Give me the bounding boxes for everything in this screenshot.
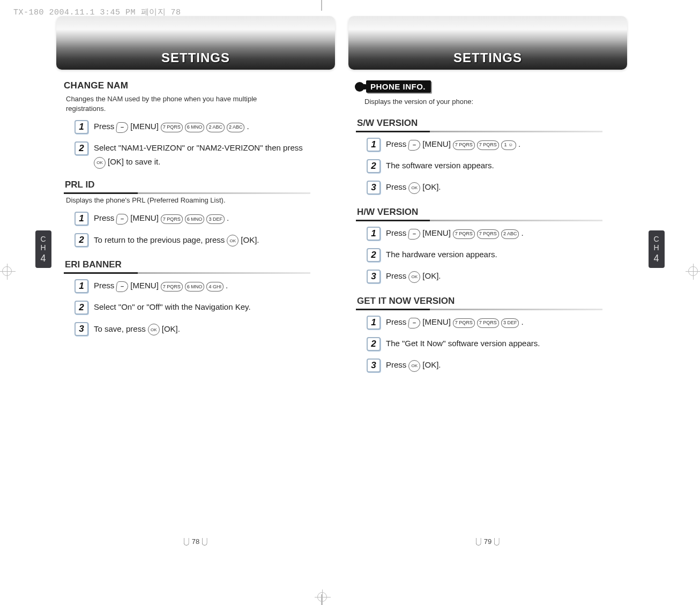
step-number-icon: 1 [75,212,88,226]
ok-key-icon: OK [94,157,106,169]
step-number-icon: 1 [367,138,381,152]
key-2-icon: 2 ABC [501,229,519,239]
key-7-icon: 7 PQRS [477,318,499,328]
key-6-icon: 6 MNO [185,282,205,292]
step-number-icon: 1 [75,120,88,134]
key-3-icon: 3 DEF [206,214,225,224]
prl-step-2: 2 To return to the previous page, press … [75,234,335,248]
key-7-icon: 7 PQRS [477,229,499,239]
softkey-icon: – [116,214,129,225]
eri-step-3: 3 To save, press OK [OK]. [75,323,335,337]
ok-key-icon: OK [408,271,420,283]
pill-text: PHONE INFO. [366,80,431,93]
gin-step-2: 2 The "Get It Now" software version appe… [367,338,627,352]
ok-key-icon: OK [227,235,239,247]
step-number-icon: 2 [75,301,88,315]
heading-sw-version: S/W VERSION [357,118,627,131]
hw-step-1: 1 Press – [MENU] 7 PQRS 7 PQRS 2 ABC . [367,227,627,241]
registration-mark-left [2,266,12,276]
step-number-icon: 2 [367,159,381,173]
chapter-tab-right: C H 4 [649,230,665,268]
change-nam-step-1: 1 Press – [MENU] 7 PQRS 6 MNO 2 ABC 2 AB… [75,121,335,135]
banner-title: SETTINGS [453,50,522,65]
key-7-icon: 7 PQRS [161,123,183,132]
prl-step-1: 1 Press – [MENU] 7 PQRS 6 MNO 3 DEF . [75,212,335,226]
hw-step-2: 2 The hardware version appears. [367,249,627,263]
registration-mark-bottom [317,592,327,602]
change-nam-step-2: 2 Select "NAM1-VERIZON" or "NAM2-VERIZON… [75,142,335,168]
chapter-tab-left: C H 4 [35,230,51,268]
hw-step-3: 3 Press OK [OK]. [367,270,627,284]
step-number-icon: 3 [367,358,381,372]
heading-prl-id: PRL ID [65,180,335,192]
banner-right: SETTINGS [348,16,627,70]
key-4-icon: 4 GHI [206,282,224,292]
key-7-icon: 7 PQRS [453,229,475,239]
heading-change-nam: CHANGE NAM [64,80,335,91]
page-right: SETTINGS PHONE INFO. Displays the versio… [348,16,627,531]
key-7-icon: 7 PQRS [453,318,475,328]
softkey-icon: – [408,229,421,240]
sw-step-1: 1 Press – [MENU] 7 PQRS 7 PQRS 1 ☺ . [367,138,627,152]
bullet-icon [355,82,364,92]
eri-step-1: 1 Press – [MENU] 7 PQRS 6 MNO 4 GHI . [75,280,335,294]
gin-step-3: 3 Press OK [OK]. [367,359,627,373]
key-2-icon: 2 ABC [227,123,245,132]
ok-key-icon: OK [408,182,420,194]
softkey-icon: – [408,318,421,328]
page-number-left: 78 [184,537,207,546]
key-6-icon: 6 MNO [185,214,205,224]
step-number-icon: 3 [367,270,381,283]
softkey-icon: – [116,281,129,292]
gin-step-1: 1 Press – [MENU] 7 PQRS 7 PQRS 3 DEF . [367,316,627,330]
step-number-icon: 1 [75,279,88,293]
step-number-icon: 2 [75,233,88,247]
page-left: SETTINGS CHANGE NAM Changes the NAM used… [56,16,335,531]
step-number-icon: 2 [75,141,88,155]
page-number-right: 79 [476,537,500,546]
step-number-icon: 3 [75,322,88,336]
key-6-icon: 6 MNO [185,123,205,132]
banner-left: SETTINGS [56,16,335,70]
step-number-icon: 2 [367,248,381,262]
step-number-icon: 3 [367,181,381,195]
heading-eri-banner: ERI BANNER [65,259,335,272]
step-number-icon: 1 [367,227,381,241]
registration-mark-right [688,266,698,276]
desc-prl: Displays the phone's PRL (Preferred Roam… [66,196,296,205]
heading-get-it-now: GET IT NOW VERSION [357,296,627,309]
desc-phone-info: Displays the version of your phone: [364,97,595,107]
sw-step-2: 2 The software version appears. [367,160,627,174]
eri-step-2: 2 Select "On" or "Off" with the Navigati… [75,301,335,315]
sw-step-3: 3 Press OK [OK]. [367,181,627,195]
key-7-icon: 7 PQRS [453,140,475,150]
key-3-icon: 3 DEF [501,318,519,328]
desc-change-nam: Changes the NAM used by the phone when y… [66,94,296,113]
key-7-icon: 7 PQRS [161,214,183,224]
softkey-icon: – [408,140,421,151]
step-number-icon: 2 [367,337,381,351]
key-1-icon: 1 ☺ [501,140,516,150]
ok-key-icon: OK [148,324,160,335]
key-7-icon: 7 PQRS [477,140,499,150]
section-pill-phone-info: PHONE INFO. [355,80,431,93]
ok-key-icon: OK [408,360,420,372]
softkey-icon: – [116,122,129,133]
crop-mark-top [316,0,327,16]
key-7-icon: 7 PQRS [161,282,183,292]
key-2-icon: 2 ABC [206,123,225,132]
banner-title: SETTINGS [161,50,230,65]
heading-hw-version: H/W VERSION [357,207,627,220]
step-number-icon: 1 [367,316,381,330]
